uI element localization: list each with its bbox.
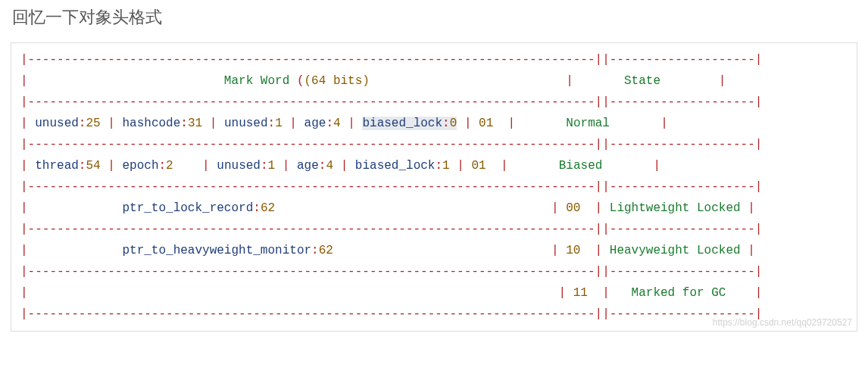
state-biased: Biased	[559, 159, 603, 173]
state-lightweight: Lightweight Locked	[610, 201, 741, 215]
state-normal: Normal	[566, 117, 610, 130]
hr: |--------------------|	[602, 223, 762, 236]
hr: |--------------------|	[602, 265, 762, 279]
hr: |---------------------------------------…	[20, 138, 602, 151]
state-gc: Marked for GC	[632, 286, 726, 300]
state-heavyweight: Heavyweight Locked	[610, 244, 741, 257]
hr: |---------------------------------------…	[20, 180, 602, 194]
hr: |---------------------------------------…	[20, 223, 602, 236]
hr: |--------------------|	[602, 138, 762, 151]
page-title: 回忆一下对象头格式	[12, 6, 857, 29]
hr: |---------------------------------------…	[20, 265, 602, 279]
code-block: |---------------------------------------…	[11, 42, 857, 332]
ascii-table: |---------------------------------------…	[20, 49, 848, 325]
highlighted-field: biased_lock:0	[362, 117, 457, 130]
hr: |---------------------------------------…	[20, 307, 602, 321]
header-mark-word: Mark Word	[224, 74, 297, 88]
header-state: State	[624, 74, 660, 88]
hr: |---------------------------------------…	[20, 95, 602, 109]
hr: |--------------------|	[602, 307, 762, 321]
hr: |--------------------|	[602, 53, 762, 67]
hr: |--------------------|	[602, 95, 762, 109]
hr: |---------------------------------------…	[20, 53, 602, 67]
hr: |--------------------|	[602, 180, 762, 194]
